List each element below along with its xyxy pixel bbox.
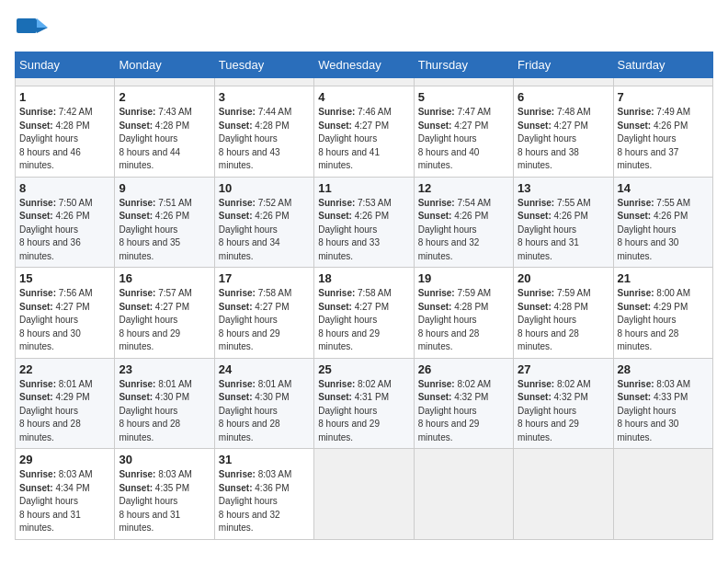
calendar-cell (314, 449, 414, 540)
cell-content: Sunrise: 7:59 AMSunset: 4:28 PMDaylight … (418, 287, 509, 354)
week-row-2: 1Sunrise: 7:42 AMSunset: 4:28 PMDaylight… (16, 86, 713, 178)
calendar-cell: 25Sunrise: 8:02 AMSunset: 4:31 PMDayligh… (314, 358, 414, 449)
calendar-cell (115, 78, 214, 86)
day-number: 12 (418, 181, 509, 195)
calendar-cell: 8Sunrise: 7:50 AMSunset: 4:26 PMDaylight… (16, 177, 115, 268)
day-number: 17 (219, 271, 310, 285)
calendar-cell: 24Sunrise: 8:01 AMSunset: 4:30 PMDayligh… (214, 358, 313, 449)
calendar-cell (214, 78, 313, 86)
day-number: 27 (518, 362, 609, 376)
day-number: 6 (518, 90, 609, 104)
day-number: 29 (19, 453, 110, 466)
cell-content: Sunrise: 7:56 AMSunset: 4:27 PMDaylight … (19, 287, 110, 354)
cell-content: Sunrise: 8:01 AMSunset: 4:30 PMDaylight … (119, 378, 210, 445)
day-number: 20 (518, 271, 609, 285)
calendar-cell: 1Sunrise: 7:42 AMSunset: 4:28 PMDaylight… (16, 86, 115, 178)
day-number: 10 (219, 181, 310, 195)
day-number: 24 (219, 362, 310, 376)
cell-content: Sunrise: 8:03 AMSunset: 4:34 PMDaylight … (19, 468, 110, 535)
calendar-cell: 28Sunrise: 8:03 AMSunset: 4:33 PMDayligh… (613, 358, 712, 449)
calendar-cell: 4Sunrise: 7:46 AMSunset: 4:27 PMDaylight… (314, 86, 414, 178)
week-row-1 (16, 78, 713, 86)
day-number: 26 (418, 362, 509, 376)
svg-marker-1 (37, 18, 48, 28)
cell-content: Sunrise: 8:00 AMSunset: 4:29 PMDaylight … (618, 287, 709, 354)
weekday-header-thursday: Thursday (414, 52, 513, 78)
cell-content: Sunrise: 7:44 AMSunset: 4:28 PMDaylight … (219, 106, 310, 173)
day-number: 8 (19, 181, 110, 195)
calendar-cell: 21Sunrise: 8:00 AMSunset: 4:29 PMDayligh… (613, 268, 712, 359)
logo (15, 15, 53, 40)
calendar-cell: 30Sunrise: 8:03 AMSunset: 4:35 PMDayligh… (115, 449, 214, 540)
day-number: 11 (318, 181, 409, 195)
day-number: 15 (19, 271, 110, 285)
cell-content: Sunrise: 7:58 AMSunset: 4:27 PMDaylight … (219, 287, 310, 354)
cell-content: Sunrise: 7:51 AMSunset: 4:26 PMDaylight … (119, 197, 210, 264)
calendar-cell: 19Sunrise: 7:59 AMSunset: 4:28 PMDayligh… (414, 268, 513, 359)
calendar-cell: 10Sunrise: 7:52 AMSunset: 4:26 PMDayligh… (214, 177, 313, 268)
svg-marker-2 (37, 28, 48, 33)
day-number: 19 (418, 271, 509, 285)
cell-content: Sunrise: 7:46 AMSunset: 4:27 PMDaylight … (318, 106, 409, 173)
cell-content: Sunrise: 8:03 AMSunset: 4:33 PMDaylight … (618, 378, 709, 445)
cell-content: Sunrise: 7:57 AMSunset: 4:27 PMDaylight … (119, 287, 210, 354)
calendar-cell: 11Sunrise: 7:53 AMSunset: 4:26 PMDayligh… (314, 177, 414, 268)
calendar-cell: 16Sunrise: 7:57 AMSunset: 4:27 PMDayligh… (115, 268, 214, 359)
cell-content: Sunrise: 8:03 AMSunset: 4:35 PMDaylight … (119, 468, 210, 535)
day-number: 28 (618, 362, 709, 376)
week-row-4: 15Sunrise: 7:56 AMSunset: 4:27 PMDayligh… (16, 268, 713, 359)
weekday-header-sunday: Sunday (16, 52, 115, 78)
cell-content: Sunrise: 7:48 AMSunset: 4:27 PMDaylight … (518, 106, 609, 173)
day-number: 2 (119, 90, 210, 104)
day-number: 31 (219, 453, 310, 466)
calendar-table: SundayMondayTuesdayWednesdayThursdayFrid… (15, 52, 713, 540)
calendar-cell (613, 78, 712, 86)
day-number: 30 (119, 453, 210, 466)
calendar-cell: 20Sunrise: 7:59 AMSunset: 4:28 PMDayligh… (514, 268, 613, 359)
calendar-cell: 15Sunrise: 7:56 AMSunset: 4:27 PMDayligh… (16, 268, 115, 359)
calendar-cell: 6Sunrise: 7:48 AMSunset: 4:27 PMDaylight… (514, 86, 613, 178)
calendar-cell: 26Sunrise: 8:02 AMSunset: 4:32 PMDayligh… (414, 358, 513, 449)
weekday-header-monday: Monday (115, 52, 214, 78)
cell-content: Sunrise: 7:47 AMSunset: 4:27 PMDaylight … (418, 106, 509, 173)
calendar-cell: 23Sunrise: 8:01 AMSunset: 4:30 PMDayligh… (115, 358, 214, 449)
cell-content: Sunrise: 7:58 AMSunset: 4:27 PMDaylight … (318, 287, 409, 354)
day-number: 21 (618, 271, 709, 285)
calendar-cell: 7Sunrise: 7:49 AMSunset: 4:26 PMDaylight… (613, 86, 712, 178)
cell-content: Sunrise: 7:53 AMSunset: 4:26 PMDaylight … (318, 197, 409, 264)
cell-content: Sunrise: 7:55 AMSunset: 4:26 PMDaylight … (518, 197, 609, 264)
cell-content: Sunrise: 8:02 AMSunset: 4:31 PMDaylight … (318, 378, 409, 445)
logo-icon (15, 15, 50, 40)
day-number: 9 (119, 181, 210, 195)
day-number: 1 (19, 90, 110, 104)
weekday-header-wednesday: Wednesday (314, 52, 414, 78)
calendar-cell (16, 78, 115, 86)
week-row-5: 22Sunrise: 8:01 AMSunset: 4:29 PMDayligh… (16, 358, 713, 449)
page-header (15, 15, 713, 40)
calendar-cell: 14Sunrise: 7:55 AMSunset: 4:26 PMDayligh… (613, 177, 712, 268)
weekday-header-saturday: Saturday (613, 52, 712, 78)
cell-content: Sunrise: 7:59 AMSunset: 4:28 PMDaylight … (518, 287, 609, 354)
weekday-header-tuesday: Tuesday (214, 52, 313, 78)
calendar-cell: 12Sunrise: 7:54 AMSunset: 4:26 PMDayligh… (414, 177, 513, 268)
day-number: 25 (318, 362, 409, 376)
cell-content: Sunrise: 8:02 AMSunset: 4:32 PMDaylight … (418, 378, 509, 445)
day-number: 22 (19, 362, 110, 376)
day-number: 23 (119, 362, 210, 376)
day-number: 3 (219, 90, 310, 104)
calendar-cell: 9Sunrise: 7:51 AMSunset: 4:26 PMDaylight… (115, 177, 214, 268)
calendar-cell: 17Sunrise: 7:58 AMSunset: 4:27 PMDayligh… (214, 268, 313, 359)
day-number: 13 (518, 181, 609, 195)
cell-content: Sunrise: 8:01 AMSunset: 4:30 PMDaylight … (219, 378, 310, 445)
calendar-cell (414, 449, 513, 540)
calendar-cell: 3Sunrise: 7:44 AMSunset: 4:28 PMDaylight… (214, 86, 313, 178)
calendar-cell: 31Sunrise: 8:03 AMSunset: 4:36 PMDayligh… (214, 449, 313, 540)
weekday-header-row: SundayMondayTuesdayWednesdayThursdayFrid… (16, 52, 713, 78)
calendar-cell: 22Sunrise: 8:01 AMSunset: 4:29 PMDayligh… (16, 358, 115, 449)
cell-content: Sunrise: 7:42 AMSunset: 4:28 PMDaylight … (19, 106, 110, 173)
svg-rect-0 (17, 18, 37, 33)
cell-content: Sunrise: 7:50 AMSunset: 4:26 PMDaylight … (19, 197, 110, 264)
day-number: 7 (618, 90, 709, 104)
day-number: 16 (119, 271, 210, 285)
calendar-cell: 29Sunrise: 8:03 AMSunset: 4:34 PMDayligh… (16, 449, 115, 540)
